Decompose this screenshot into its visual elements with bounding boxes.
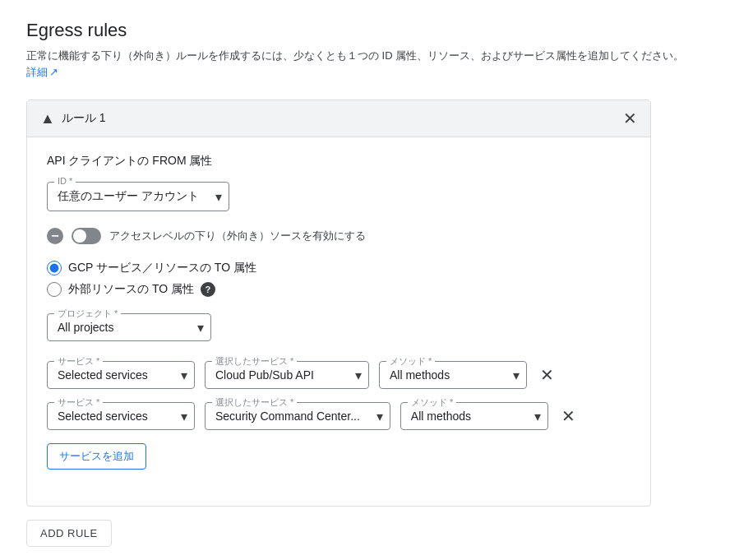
method-value-1: All methods xyxy=(390,368,450,382)
selected-service-label-1: 選択したサービス xyxy=(212,355,297,368)
service-value-2: Selected services xyxy=(58,410,148,423)
service-rows: サービス Selected services ▾ 選択したサービス Cloud … xyxy=(47,361,630,430)
external-link-icon: ↗ xyxy=(49,64,58,81)
method-label-1: メソッド xyxy=(386,355,435,368)
page-subtitle: 正常に機能する下り（外向き）ルールを作成するには、少なくとも１つの ID 属性、… xyxy=(26,48,713,80)
selected-service-select-1[interactable]: 選択したサービス Cloud Pub/Sub API ▾ xyxy=(205,361,369,389)
service-chevron-2: ▾ xyxy=(181,409,187,424)
to-attribute-radio-group: GCP サービス／リソースの TO 属性 外部リソースの TO 属性 ? xyxy=(47,261,630,297)
detail-link[interactable]: 詳細 ↗ xyxy=(26,64,58,81)
service-chevron-1: ▾ xyxy=(181,368,187,383)
project-chevron-icon: ▾ xyxy=(197,320,204,336)
method-value-2: All methods xyxy=(411,410,471,423)
selected-service-value-1: Cloud Pub/Sub API xyxy=(215,368,314,382)
service-value-1: Selected services xyxy=(58,368,148,382)
method-chevron-2: ▾ xyxy=(534,409,541,424)
toggle-label: アクセスレベルの下り（外向き）ソースを有効にする xyxy=(109,229,366,243)
service-label-1: サービス xyxy=(54,355,103,368)
external-radio-label: 外部リソースの TO 属性 xyxy=(68,282,194,297)
method-select-2[interactable]: メソッド All methods ▾ xyxy=(400,402,548,430)
id-field-value: 任意のユーザー アカウント xyxy=(58,189,199,202)
rule-header: ▲ ルール 1 ✕ xyxy=(27,100,650,137)
rule-title: ルール 1 xyxy=(62,111,106,126)
selected-service-chevron-1: ▾ xyxy=(355,368,362,383)
collapse-icon[interactable]: ▲ xyxy=(40,110,55,127)
remove-service-row-1[interactable]: ✕ xyxy=(537,362,557,388)
service-row: サービス Selected services ▾ 選択したサービス Securi… xyxy=(47,402,630,430)
rule-card: ▲ ルール 1 ✕ API クライアントの FROM 属性 ID 任意のユーザー… xyxy=(26,100,651,507)
add-rule-button[interactable]: ADD RULE xyxy=(26,520,112,547)
id-field-row: ID 任意のユーザー アカウント ▾ xyxy=(47,182,630,211)
service-row: サービス Selected services ▾ 選択したサービス Cloud … xyxy=(47,361,630,389)
close-rule-button[interactable]: ✕ xyxy=(623,109,637,128)
service-label-2: サービス xyxy=(54,396,103,409)
service-select-1[interactable]: サービス Selected services ▾ xyxy=(47,361,195,389)
gcp-radio-label: GCP サービス／リソースの TO 属性 xyxy=(68,261,256,275)
selected-service-chevron-2: ▾ xyxy=(376,409,383,424)
toggle-minus-icon[interactable]: − xyxy=(47,228,63,244)
selected-service-label-2: 選択したサービス xyxy=(212,396,297,409)
method-label-2: メソッド xyxy=(408,396,456,409)
from-section-title: API クライアントの FROM 属性 xyxy=(47,154,630,169)
remove-icon-2: ✕ xyxy=(561,406,575,426)
page-title: Egress rules xyxy=(26,20,713,41)
project-field: プロジェクト All projects ▾ xyxy=(47,313,630,341)
external-radio-row: 外部リソースの TO 属性 ? xyxy=(47,282,630,297)
id-select[interactable]: ID 任意のユーザー アカウント ▾ xyxy=(47,182,229,211)
selected-service-value-2: Security Command Center... xyxy=(215,410,360,423)
id-field-label: ID xyxy=(54,176,76,186)
method-chevron-1: ▾ xyxy=(513,368,520,383)
toggle-row: − アクセスレベルの下り（外向き）ソースを有効にする xyxy=(47,228,630,244)
add-service-button[interactable]: サービスを追加 xyxy=(47,443,146,470)
selected-service-select-2[interactable]: 選択したサービス Security Command Center... ▾ xyxy=(205,402,390,430)
remove-icon-1: ✕ xyxy=(540,365,554,385)
project-field-label: プロジェクト xyxy=(54,308,121,320)
gcp-radio[interactable] xyxy=(47,261,62,275)
close-icon: ✕ xyxy=(623,109,637,128)
rule-body: API クライアントの FROM 属性 ID 任意のユーザー アカウント ▾ −… xyxy=(27,137,650,506)
help-icon[interactable]: ? xyxy=(201,282,215,297)
rule-header-left: ▲ ルール 1 xyxy=(40,110,106,127)
external-radio[interactable] xyxy=(47,282,62,297)
access-level-toggle[interactable] xyxy=(72,228,101,244)
id-chevron-icon: ▾ xyxy=(215,189,222,205)
gcp-radio-row: GCP サービス／リソースの TO 属性 xyxy=(47,261,630,275)
service-select-2[interactable]: サービス Selected services ▾ xyxy=(47,402,195,430)
method-select-1[interactable]: メソッド All methods ▾ xyxy=(379,361,527,389)
remove-service-row-2[interactable]: ✕ xyxy=(558,403,579,429)
project-field-value: All projects xyxy=(58,321,113,334)
project-select[interactable]: プロジェクト All projects ▾ xyxy=(47,313,211,341)
